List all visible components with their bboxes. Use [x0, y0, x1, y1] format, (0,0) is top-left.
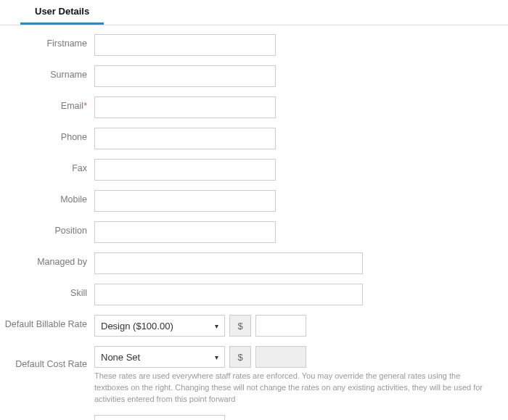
chevron-down-icon: ▾ [215, 322, 218, 330]
cost-rate-select-value: None Set [101, 352, 140, 363]
billable-rate-select[interactable]: Design ($100.00) ▾ [94, 315, 225, 337]
firstname-field[interactable] [94, 34, 276, 56]
currency-addon: $ [229, 315, 251, 337]
label-managed-by: Managed by [0, 252, 94, 267]
timezone-select[interactable]: System ▾ [94, 415, 225, 420]
surname-field[interactable] [94, 65, 276, 87]
skill-field[interactable] [94, 284, 363, 305]
currency-addon: $ [229, 346, 251, 368]
cost-rate-amount [255, 346, 306, 368]
mobile-field[interactable] [94, 190, 276, 212]
label-mobile: Mobile [0, 190, 94, 205]
email-field[interactable] [94, 96, 276, 118]
managed-by-field[interactable] [94, 252, 363, 274]
tab-user-details[interactable]: User Details [20, 0, 104, 25]
label-billable-rate: Default Billable Rate [0, 315, 94, 329]
user-details-form: Firstname Surname Email* Phone Fax Mobil… [0, 25, 508, 420]
label-phone: Phone [0, 128, 94, 142]
label-fax: Fax [0, 159, 94, 173]
label-position: Position [0, 221, 94, 236]
required-asterisk: * [83, 101, 87, 111]
phone-field[interactable] [94, 128, 276, 149]
label-surname: Surname [0, 65, 94, 80]
label-skill: Skill [0, 284, 94, 298]
label-email: Email* [0, 96, 94, 111]
billable-rate-select-value: Design ($100.00) [101, 321, 173, 332]
label-firstname: Firstname [0, 34, 94, 49]
position-field[interactable] [94, 221, 276, 243]
tab-bar: User Details [0, 0, 508, 25]
fax-field[interactable] [94, 159, 276, 181]
cost-rate-select[interactable]: None Set ▾ [94, 346, 225, 368]
label-email-text: Email [61, 101, 83, 111]
label-cost-rate: Default Cost Rate [0, 346, 94, 369]
label-timezone: Timezone [0, 415, 94, 420]
chevron-down-icon: ▾ [215, 353, 218, 361]
rates-hint: These rates are used everywhere staff ra… [94, 371, 490, 405]
billable-rate-amount[interactable] [255, 315, 306, 337]
